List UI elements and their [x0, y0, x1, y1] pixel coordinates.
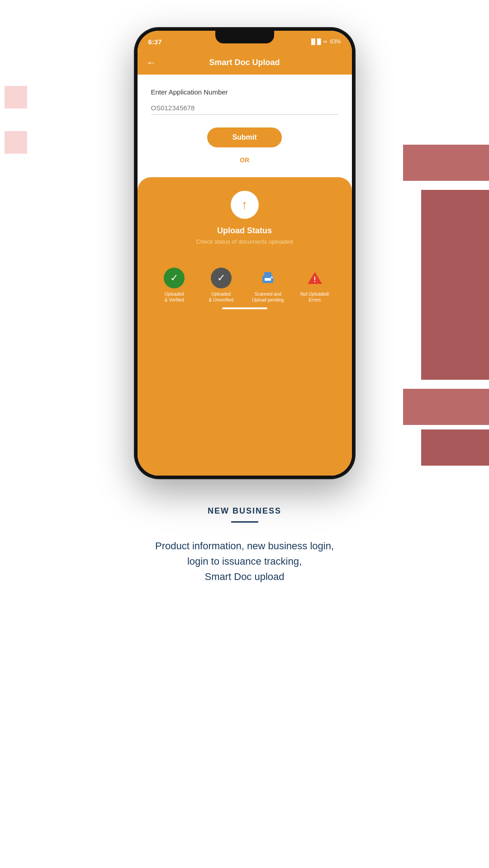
upload-icon-circle[interactable]: ↑ — [231, 191, 259, 219]
page-bottom: NEW BUSINESS Product information, new bu… — [0, 479, 489, 621]
scroll-indicator — [222, 307, 267, 309]
phone-screen: 6:37 ▐▌█ ≃ 63% ← Smart Doc Upload Enter … — [138, 31, 352, 476]
scanned-label: Scanned andUpload pending — [252, 291, 284, 303]
scanned-icon — [257, 268, 278, 288]
page-description: Product information, new business login,… — [27, 538, 462, 585]
status-time: 6:37 — [148, 38, 162, 46]
bg-decoration-1 — [403, 145, 489, 181]
svg-rect-2 — [264, 272, 271, 277]
status-icons: ▐▌█ ≃ 63% — [309, 38, 341, 45]
bg-decoration-3 — [403, 389, 489, 425]
bg-left-square-1 — [5, 86, 27, 108]
upload-status-subtitle: Check status of documents uploaded — [147, 238, 343, 245]
legend-uploaded-unverified: ✓ Uploaded& Unverified — [198, 268, 245, 303]
or-divider: OR — [151, 156, 338, 168]
wifi-icon: ≃ — [323, 38, 328, 45]
status-bar: 6:37 ▐▌█ ≃ 63% — [138, 31, 352, 52]
upload-arrow-icon: ↑ — [242, 198, 248, 211]
not-uploaded-label: Not Uploaded/Errors — [300, 291, 329, 303]
verified-label: Uploaded& Verified — [165, 291, 184, 303]
phone-device: 6:37 ▐▌█ ≃ 63% ← Smart Doc Upload Enter … — [134, 27, 356, 479]
upload-status-section: ↑ Upload Status Check status of document… — [138, 177, 352, 476]
unverified-icon: ✓ — [211, 268, 232, 288]
svg-text:!: ! — [313, 276, 316, 283]
battery-icon: 63% — [330, 38, 341, 45]
legend-uploaded-verified: ✓ Uploaded& Verified — [151, 268, 198, 303]
section-label: NEW BUSINESS — [27, 506, 462, 516]
verified-icon: ✓ — [164, 268, 185, 288]
notch — [215, 31, 274, 43]
application-number-input[interactable] — [151, 101, 338, 115]
input-label: Enter Application Number — [151, 88, 338, 96]
unverified-label: Uploaded& Unverified — [209, 291, 233, 303]
form-section: Enter Application Number Submit OR — [138, 75, 352, 177]
bg-decoration-4 — [421, 429, 489, 466]
submit-button[interactable]: Submit — [207, 127, 281, 147]
back-button[interactable]: ← — [147, 57, 157, 69]
signal-icon: ▐▌█ — [309, 38, 321, 45]
warning-icon: ! — [304, 268, 325, 288]
legend-row: ✓ Uploaded& Verified ✓ Uploaded& Unverif… — [147, 263, 343, 303]
svg-rect-3 — [271, 277, 273, 278]
header-title: Smart Doc Upload — [209, 58, 280, 67]
app-header: ← Smart Doc Upload — [138, 52, 352, 75]
svg-rect-1 — [265, 278, 271, 281]
legend-not-uploaded: ! Not Uploaded/Errors — [291, 268, 338, 303]
legend-scanned-pending: Scanned andUpload pending — [245, 268, 292, 303]
bg-decoration-2 — [421, 190, 489, 380]
section-divider — [231, 521, 258, 523]
bg-left-square-2 — [5, 131, 27, 154]
upload-status-title: Upload Status — [147, 226, 343, 236]
